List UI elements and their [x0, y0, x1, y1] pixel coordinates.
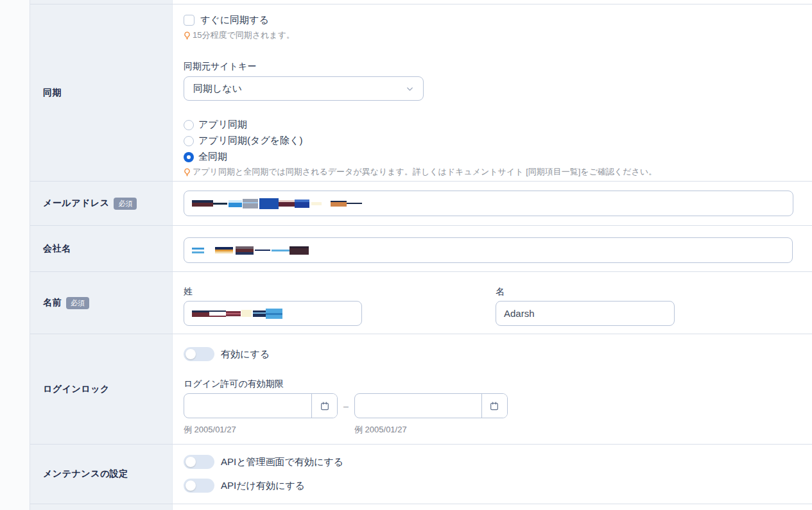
redacted-text-block — [266, 309, 282, 319]
redacted-text-block — [215, 247, 233, 253]
date-hints: 例 2005/01/27 例 2005/01/27 — [184, 424, 812, 436]
date-from-hint: 例 2005/01/27 — [184, 424, 354, 436]
label-cell — [30, 504, 173, 510]
maintenance-api-admin-toggle[interactable] — [184, 455, 214, 469]
table-row-maintenance: メンテナンスの設定 APIと管理画面で有効にする APIだけ有効にする — [30, 445, 812, 504]
redacted-text-block — [255, 250, 270, 251]
date-to-hint: 例 2005/01/27 — [354, 424, 407, 436]
radio-option-app-sync[interactable]: アプリ同期 — [184, 119, 812, 131]
login-period-label: ログイン許可の有効期限 — [184, 378, 812, 390]
redacted-text-block — [279, 200, 295, 207]
lightbulb-icon — [184, 167, 191, 177]
chevron-down-icon — [406, 85, 414, 93]
redacted-text-block — [192, 200, 213, 207]
date-to-text[interactable] — [355, 394, 481, 418]
date-from-calendar-button[interactable] — [311, 394, 337, 418]
first-name-value: Adarsh — [504, 308, 535, 319]
redacted-text-block — [192, 248, 204, 253]
maintenance-api-only-label: APIだけ有効にする — [221, 480, 305, 492]
table-row-name: 名前 必須 姓 名 Adarsh — [30, 272, 812, 334]
last-name-label: 姓 — [184, 286, 362, 298]
company-row-label: 会社名 — [43, 243, 71, 255]
sync-content: すぐに同期する 15分程度で同期されます。 同期元サイトキー 同期しない アプリ… — [173, 4, 812, 181]
company-content — [173, 226, 812, 271]
content-cell — [173, 504, 812, 510]
login-lock-toggle[interactable] — [184, 347, 214, 361]
required-badge: 必須 — [114, 198, 137, 210]
date-from-input[interactable] — [184, 393, 338, 418]
email-content — [173, 182, 812, 225]
radio-button[interactable] — [184, 120, 194, 130]
sync-now-checkbox[interactable] — [184, 15, 194, 26]
email-input[interactable] — [184, 191, 793, 216]
radio-label: 全同期 — [198, 151, 227, 163]
content-cell — [173, 0, 812, 4]
date-range-separator: – — [343, 401, 349, 411]
first-name-label: 名 — [496, 286, 675, 298]
redacted-text-block — [192, 310, 209, 317]
lightbulb-icon — [184, 31, 191, 40]
redacted-text-block — [259, 198, 279, 209]
name-columns: 姓 名 Adarsh — [184, 286, 812, 326]
last-name-column: 姓 — [184, 286, 362, 326]
sync-source-label: 同期元サイトキー — [184, 61, 812, 72]
radio-option-full-sync[interactable]: 全同期 — [184, 151, 812, 163]
sync-mode-hint-text: アプリ同期と全同期では同期されるデータが異なります。詳しくはドキュメントサイト … — [193, 166, 657, 178]
table-row-partial-top — [30, 0, 812, 4]
table-row-company: 会社名 — [30, 226, 812, 272]
redacted-text-block — [236, 246, 254, 255]
redacted-text-block — [243, 199, 258, 208]
sync-now-hint-text: 15分程度で同期されます。 — [193, 30, 295, 41]
redacted-text-block — [213, 203, 227, 205]
sync-source-select-value: 同期しない — [193, 83, 242, 95]
date-to-calendar-button[interactable] — [481, 394, 507, 418]
redacted-text-block — [311, 202, 322, 205]
login-lock-toggle-line: 有効にする — [184, 347, 812, 361]
redacted-text-block — [295, 200, 309, 208]
first-name-input[interactable]: Adarsh — [496, 301, 675, 326]
redacted-text-block — [253, 310, 266, 317]
radio-label: アプリ同期 — [198, 119, 247, 131]
maintenance-row-label: メンテナンスの設定 — [43, 468, 128, 480]
redacted-text-block — [289, 246, 309, 255]
redacted-text-block — [209, 310, 226, 317]
name-content: 姓 名 Adarsh — [173, 272, 812, 334]
page-left-margin — [0, 0, 30, 510]
sync-now-checkbox-label: すぐに同期する — [200, 14, 269, 26]
redacted-text-block — [272, 250, 289, 251]
label-cell — [30, 0, 173, 4]
sync-label-cell: 同期 — [30, 4, 173, 181]
company-input[interactable] — [184, 237, 793, 263]
table-row-login-lock: ログインロック 有効にする ログイン許可の有効期限 – — [30, 334, 812, 445]
sync-mode-radio-group: アプリ同期 アプリ同期(タグを除く) 全同期 — [184, 119, 812, 163]
sync-source-select[interactable]: 同期しない — [184, 76, 424, 101]
date-from-text[interactable] — [184, 394, 311, 418]
sync-row-label: 同期 — [43, 87, 62, 99]
maintenance-api-only-toggle[interactable] — [184, 479, 214, 493]
radio-button-selected[interactable] — [184, 152, 194, 162]
maintenance-content: APIと管理画面で有効にする APIだけ有効にする — [173, 445, 812, 504]
login-lock-label-cell: ログインロック — [30, 334, 173, 444]
radio-option-app-sync-no-tags[interactable]: アプリ同期(タグを除く) — [184, 135, 812, 147]
sync-now-checkbox-line: すぐに同期する — [184, 14, 812, 26]
last-name-input[interactable] — [184, 301, 362, 326]
name-row-label: 名前 — [43, 297, 62, 309]
first-name-column: 名 Adarsh — [496, 286, 675, 326]
login-period-date-range: – — [184, 393, 812, 418]
maintenance-api-admin-toggle-line: APIと管理画面で有効にする — [184, 455, 812, 469]
calendar-icon — [489, 401, 499, 411]
radio-label: アプリ同期(タグを除く) — [198, 135, 302, 147]
email-row-label: メールアドレス — [43, 198, 109, 209]
maintenance-api-only-toggle-line: APIだけ有効にする — [184, 479, 812, 493]
date-to-input[interactable] — [354, 393, 508, 418]
login-lock-toggle-label: 有効にする — [221, 348, 270, 361]
radio-button[interactable] — [184, 136, 194, 146]
table-row-email: メールアドレス 必須 — [30, 182, 812, 226]
table-row-sync: 同期 すぐに同期する 15分程度で同期されます。 同期元サイトキー 同期しない — [30, 4, 812, 182]
sync-mode-hint: アプリ同期と全同期では同期されるデータが異なります。詳しくはドキュメントサイト … — [184, 166, 812, 178]
email-label-cell: メールアドレス 必須 — [30, 182, 173, 225]
required-badge: 必須 — [66, 297, 89, 309]
sync-now-hint: 15分程度で同期されます。 — [184, 30, 812, 41]
company-label-cell: 会社名 — [30, 226, 173, 271]
redacted-text-block — [226, 311, 241, 316]
